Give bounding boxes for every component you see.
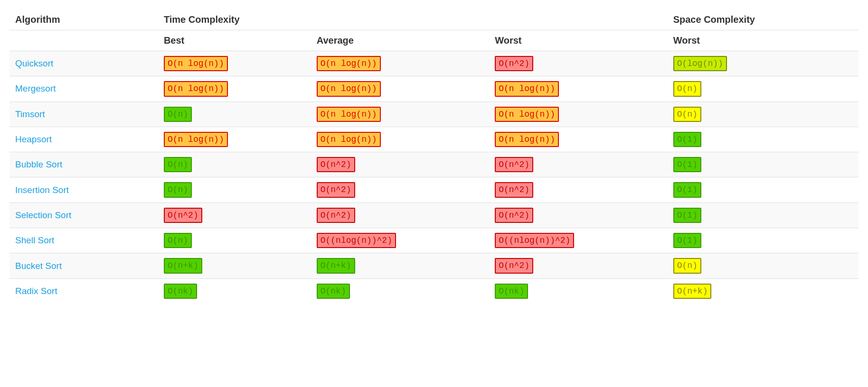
- complexity-worst: O(n log(n)): [495, 132, 559, 147]
- complexity-avg: O(n^2): [317, 208, 355, 223]
- complexity-space: O(n+k): [673, 284, 712, 299]
- table-row: Insertion SortO(n)O(n^2)O(n^2)O(1): [9, 177, 859, 203]
- table-row: QuicksortO(n log(n))O(n log(n))O(n^2)O(l…: [9, 51, 859, 76]
- complexity-avg: O(n log(n)): [317, 107, 381, 122]
- complexity-worst: O(n^2): [495, 208, 533, 223]
- complexity-avg: O(n log(n)): [317, 81, 381, 96]
- algorithm-link[interactable]: Bucket Sort: [15, 261, 62, 271]
- complexity-space: O(n): [673, 258, 701, 273]
- complexity-space: O(n): [673, 107, 701, 122]
- table-row: Bucket SortO(n+k)O(n+k)O(n^2)O(n): [9, 253, 859, 278]
- header-worst: Worst: [489, 30, 667, 51]
- algorithm-link[interactable]: Radix Sort: [15, 286, 57, 296]
- header-space-worst: Worst: [668, 30, 859, 51]
- complexity-space: O(log(n)): [673, 56, 727, 71]
- complexity-worst: O(n log(n)): [495, 107, 559, 122]
- algorithm-link[interactable]: Shell Sort: [15, 235, 54, 245]
- header-best: Best: [158, 30, 311, 51]
- complexity-avg: O(n^2): [317, 182, 355, 197]
- complexity-best: O(n): [164, 182, 192, 197]
- complexity-space: O(1): [673, 182, 701, 197]
- complexity-best: O(nk): [164, 284, 197, 299]
- complexity-space: O(1): [673, 132, 701, 147]
- table-row: Radix SortO(nk)O(nk)O(nk)O(n+k): [9, 278, 859, 304]
- table-row: Shell SortO(n)O((nlog(n))^2)O((nlog(n))^…: [9, 228, 859, 253]
- table-row: TimsortO(n)O(n log(n))O(n log(n))O(n): [9, 101, 859, 127]
- table-row: MergesortO(n log(n))O(n log(n))O(n log(n…: [9, 76, 859, 101]
- header-algorithm: Algorithm: [9, 9, 158, 30]
- header-time: Time Complexity: [158, 9, 668, 30]
- complexity-worst: O(n^2): [495, 182, 533, 197]
- complexity-avg: O(nk): [317, 284, 350, 299]
- complexity-table: Algorithm Time Complexity Space Complexi…: [9, 9, 859, 304]
- complexity-best: O(n log(n)): [164, 132, 228, 147]
- complexity-best: O(n log(n)): [164, 81, 228, 96]
- complexity-avg: O(n log(n)): [317, 132, 381, 147]
- header-space: Space Complexity: [668, 9, 859, 30]
- algorithm-link[interactable]: Insertion Sort: [15, 185, 69, 195]
- algorithm-link[interactable]: Quicksort: [15, 58, 53, 68]
- algorithm-link[interactable]: Selection Sort: [15, 210, 71, 220]
- header-average: Average: [311, 30, 489, 51]
- complexity-worst: O((nlog(n))^2): [495, 233, 574, 248]
- complexity-best: O(n): [164, 157, 192, 172]
- table-row: HeapsortO(n log(n))O(n log(n))O(n log(n)…: [9, 127, 859, 152]
- complexity-avg: O(n+k): [317, 258, 355, 273]
- algorithm-link[interactable]: Bubble Sort: [15, 159, 62, 169]
- complexity-worst: O(n^2): [495, 258, 533, 273]
- algorithm-link[interactable]: Mergesort: [15, 83, 56, 93]
- complexity-worst: O(nk): [495, 284, 528, 299]
- complexity-avg: O(n log(n)): [317, 56, 381, 71]
- header-blank: [9, 30, 158, 51]
- complexity-avg: O(n^2): [317, 157, 355, 172]
- algorithm-link[interactable]: Timsort: [15, 109, 45, 119]
- complexity-worst: O(n^2): [495, 157, 533, 172]
- complexity-worst: O(n^2): [495, 56, 533, 71]
- complexity-best: O(n+k): [164, 258, 202, 273]
- complexity-best: O(n): [164, 233, 192, 248]
- complexity-avg: O((nlog(n))^2): [317, 233, 396, 248]
- table-row: Bubble SortO(n)O(n^2)O(n^2)O(1): [9, 152, 859, 177]
- complexity-space: O(1): [673, 208, 701, 223]
- complexity-space: O(1): [673, 157, 701, 172]
- complexity-best: O(n log(n)): [164, 56, 228, 71]
- complexity-best: O(n^2): [164, 208, 202, 223]
- complexity-space: O(1): [673, 233, 701, 248]
- complexity-space: O(n): [673, 81, 701, 96]
- complexity-best: O(n): [164, 107, 192, 122]
- table-row: Selection SortO(n^2)O(n^2)O(n^2)O(1): [9, 203, 859, 228]
- algorithm-link[interactable]: Heapsort: [15, 134, 52, 144]
- complexity-worst: O(n log(n)): [495, 81, 559, 96]
